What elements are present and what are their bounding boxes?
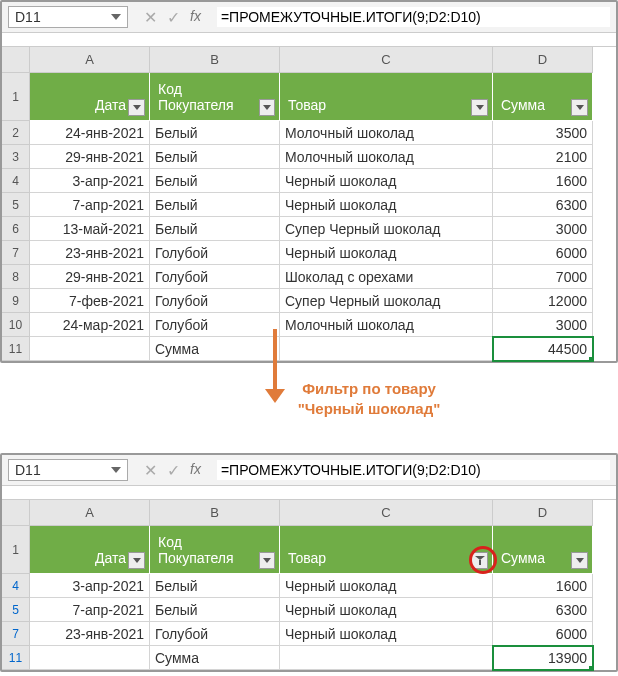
cell[interactable]	[30, 337, 150, 361]
cancel-icon[interactable]: ✕	[144, 8, 157, 27]
cell-total-label[interactable]: Сумма	[150, 337, 280, 361]
cell[interactable]: Черный шоколад	[280, 193, 493, 217]
cell[interactable]: Супер Черный шоколад	[280, 217, 493, 241]
cell[interactable]: Голубой	[150, 265, 280, 289]
cell[interactable]: 6300	[493, 598, 593, 622]
cell[interactable]: 12000	[493, 289, 593, 313]
cell[interactable]: Черный шоколад	[280, 598, 493, 622]
confirm-icon[interactable]: ✓	[167, 8, 180, 27]
row-header[interactable]: 3	[2, 145, 30, 169]
col-header[interactable]: C	[280, 47, 493, 73]
cell-total-label[interactable]: Сумма	[150, 646, 280, 670]
row-header[interactable]: 8	[2, 265, 30, 289]
filter-button-product[interactable]	[471, 99, 488, 116]
name-box[interactable]: D11	[8, 6, 128, 28]
cell[interactable]: 6000	[493, 241, 593, 265]
cell[interactable]: Голубой	[150, 289, 280, 313]
cell[interactable]	[280, 646, 493, 670]
col-header[interactable]: A	[30, 47, 150, 73]
cell[interactable]: 6000	[493, 622, 593, 646]
cell[interactable]: 3000	[493, 217, 593, 241]
cell[interactable]: 23-янв-2021	[30, 622, 150, 646]
select-all-corner[interactable]	[2, 500, 30, 526]
cell[interactable]: Голубой	[150, 313, 280, 337]
cell-total-value[interactable]: 44500	[493, 337, 593, 361]
formula-input[interactable]	[217, 7, 610, 27]
cell[interactable]: Черный шоколад	[280, 169, 493, 193]
cell[interactable]	[280, 337, 493, 361]
chevron-down-icon[interactable]	[111, 467, 121, 473]
row-header[interactable]: 10	[2, 313, 30, 337]
cell[interactable]: 24-янв-2021	[30, 121, 150, 145]
cell[interactable]: Белый	[150, 574, 280, 598]
cell[interactable]: 3500	[493, 121, 593, 145]
col-header[interactable]: D	[493, 47, 593, 73]
cell[interactable]: Голубой	[150, 241, 280, 265]
col-header[interactable]: B	[150, 47, 280, 73]
row-header[interactable]: 1	[2, 73, 30, 121]
select-all-corner[interactable]	[2, 47, 30, 73]
cell[interactable]: Молочный шоколад	[280, 313, 493, 337]
row-header[interactable]: 6	[2, 217, 30, 241]
cell[interactable]: Черный шоколад	[280, 241, 493, 265]
cell[interactable]: 2100	[493, 145, 593, 169]
fx-icon[interactable]: fx	[190, 8, 201, 27]
cell[interactable]: 7-фев-2021	[30, 289, 150, 313]
cell[interactable]: Черный шоколад	[280, 574, 493, 598]
row-header[interactable]: 4	[2, 169, 30, 193]
cell[interactable]: 13-май-2021	[30, 217, 150, 241]
col-header[interactable]: D	[493, 500, 593, 526]
filter-button-date[interactable]	[128, 99, 145, 116]
cell[interactable]: Белый	[150, 217, 280, 241]
filter-button-date[interactable]	[128, 552, 145, 569]
cancel-icon[interactable]: ✕	[144, 461, 157, 480]
row-header[interactable]: 11	[2, 646, 30, 670]
row-header[interactable]: 9	[2, 289, 30, 313]
cell[interactable]: Белый	[150, 193, 280, 217]
cell[interactable]: 7-апр-2021	[30, 598, 150, 622]
cell[interactable]: 3000	[493, 313, 593, 337]
cell[interactable]: 7-апр-2021	[30, 193, 150, 217]
cell[interactable]: Молочный шоколад	[280, 121, 493, 145]
cell[interactable]: 29-янв-2021	[30, 265, 150, 289]
row-header[interactable]: 11	[2, 337, 30, 361]
filter-button-sum[interactable]	[571, 552, 588, 569]
cell[interactable]: 1600	[493, 169, 593, 193]
filter-button-sum[interactable]	[571, 99, 588, 116]
cell[interactable]: Супер Черный шоколад	[280, 289, 493, 313]
row-header[interactable]: 7	[2, 241, 30, 265]
cell[interactable]: 29-янв-2021	[30, 145, 150, 169]
col-header[interactable]: C	[280, 500, 493, 526]
row-header[interactable]: 7	[2, 622, 30, 646]
filter-button-buyer[interactable]	[259, 552, 275, 569]
cell[interactable]: Голубой	[150, 622, 280, 646]
filter-button-buyer[interactable]	[259, 99, 275, 116]
cell-total-value[interactable]: 13900	[493, 646, 593, 670]
col-header[interactable]: A	[30, 500, 150, 526]
cell[interactable]: 3-апр-2021	[30, 169, 150, 193]
cell[interactable]: Шоколад с орехами	[280, 265, 493, 289]
formula-input[interactable]	[217, 460, 610, 480]
row-header[interactable]: 5	[2, 193, 30, 217]
chevron-down-icon[interactable]	[111, 14, 121, 20]
fx-icon[interactable]: fx	[190, 461, 201, 480]
row-header[interactable]: 1	[2, 526, 30, 574]
cell[interactable]: Черный шоколад	[280, 622, 493, 646]
cell[interactable]: 6300	[493, 193, 593, 217]
row-header[interactable]: 5	[2, 598, 30, 622]
cell[interactable]: Молочный шоколад	[280, 145, 493, 169]
cell[interactable]: Белый	[150, 598, 280, 622]
confirm-icon[interactable]: ✓	[167, 461, 180, 480]
name-box[interactable]: D11	[8, 459, 128, 481]
row-header[interactable]: 4	[2, 574, 30, 598]
cell[interactable]: Белый	[150, 169, 280, 193]
cell[interactable]: 3-апр-2021	[30, 574, 150, 598]
cell[interactable]	[30, 646, 150, 670]
cell[interactable]: 7000	[493, 265, 593, 289]
row-header[interactable]: 2	[2, 121, 30, 145]
cell[interactable]: 24-мар-2021	[30, 313, 150, 337]
cell[interactable]: Белый	[150, 121, 280, 145]
col-header[interactable]: B	[150, 500, 280, 526]
cell[interactable]: 23-янв-2021	[30, 241, 150, 265]
cell[interactable]: 1600	[493, 574, 593, 598]
